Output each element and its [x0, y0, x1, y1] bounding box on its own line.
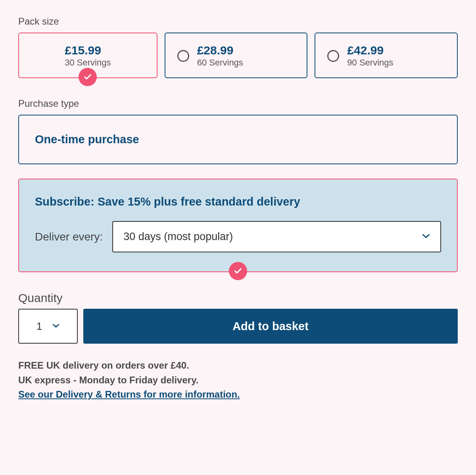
pack-servings: 60 Servings [197, 58, 243, 68]
quantity-label: Quantity [18, 291, 78, 305]
check-icon [229, 262, 247, 280]
pack-size-label: Pack size [18, 16, 458, 27]
pack-option-60[interactable]: £28.99 60 Servings [165, 33, 308, 78]
pack-option-90[interactable]: £42.99 90 Servings [315, 33, 458, 78]
purchase-subscribe[interactable]: Subscribe: Save 15% plus free standard d… [18, 179, 458, 272]
radio-icon [327, 50, 339, 62]
frequency-value: 30 days (most popular) [123, 231, 233, 243]
deliver-every-label: Deliver every: [35, 231, 103, 243]
frequency-select[interactable]: 30 days (most popular) [112, 221, 441, 252]
quantity-select[interactable]: 1 [18, 309, 78, 344]
add-to-basket-button[interactable]: Add to basket [83, 309, 458, 344]
chevron-down-icon [422, 233, 430, 240]
check-icon [79, 68, 97, 86]
subscribe-title: Subscribe: Save 15% plus free standard d… [35, 195, 441, 208]
pack-servings: 90 Servings [347, 58, 393, 68]
pack-price: £28.99 [197, 44, 243, 57]
quantity-value: 1 [36, 320, 42, 333]
pack-servings: 30 Servings [65, 58, 111, 68]
pack-size-options: £15.99 30 Servings £28.99 60 Servings £4… [18, 33, 458, 78]
one-time-title: One-time purchase [35, 133, 441, 146]
delivery-returns-link[interactable]: See our Delivery & Returns for more info… [18, 389, 240, 400]
delivery-info: FREE UK delivery on orders over £40. UK … [18, 358, 458, 400]
delivery-line-2: UK express - Monday to Friday delivery. [18, 373, 458, 387]
purchase-type-options: One-time purchase Subscribe: Save 15% pl… [18, 115, 458, 272]
purchase-one-time[interactable]: One-time purchase [18, 115, 458, 164]
purchase-type-label: Purchase type [18, 98, 458, 109]
pack-price: £15.99 [65, 44, 111, 57]
radio-icon [177, 50, 189, 62]
pack-option-30[interactable]: £15.99 30 Servings [18, 33, 157, 78]
chevron-down-icon [52, 323, 60, 330]
pack-price: £42.99 [347, 44, 393, 57]
delivery-line-1: FREE UK delivery on orders over £40. [18, 358, 458, 373]
